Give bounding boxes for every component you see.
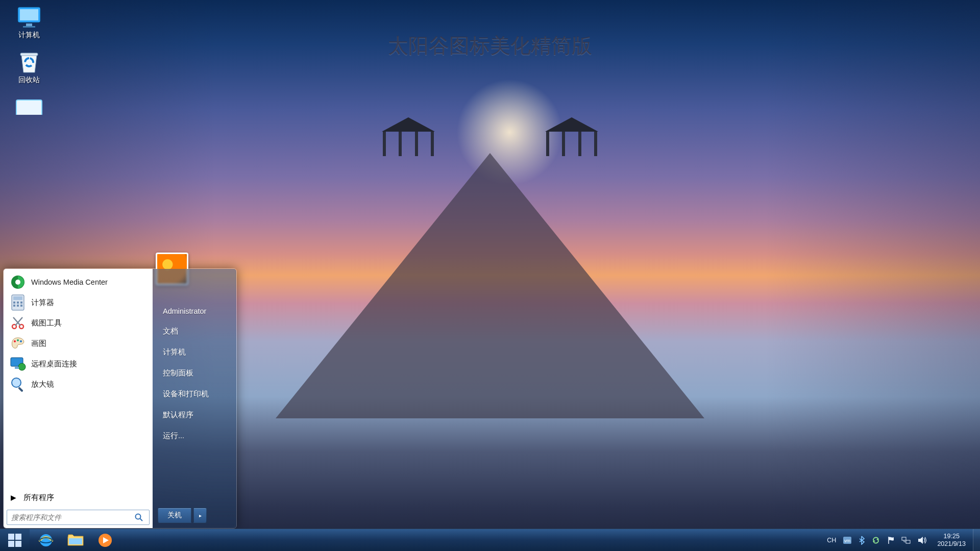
- taskbar: CH vm 19:25 2021/9/13: [0, 529, 980, 551]
- network-icon[interactable]: [901, 537, 911, 544]
- triangle-right-icon: ▸: [199, 513, 202, 518]
- start-button[interactable]: [0, 529, 30, 551]
- svg-rect-24: [18, 387, 23, 392]
- shutdown-options-button[interactable]: ▸: [193, 508, 207, 523]
- flag-icon[interactable]: [887, 536, 894, 544]
- svg-rect-8: [13, 296, 22, 300]
- svg-marker-35: [873, 540, 875, 542]
- start-program-label: 放大镜: [31, 380, 54, 389]
- remote-desktop-icon: [10, 356, 26, 372]
- start-program-label: 截图工具: [31, 318, 62, 328]
- start-right-control-panel[interactable]: 控制面板: [158, 363, 231, 384]
- system-tray: CH vm 19:25 2021/9/13: [823, 529, 973, 551]
- shutdown-button[interactable]: 关机: [158, 508, 191, 523]
- ie-icon: [38, 532, 54, 548]
- svg-point-6: [15, 280, 20, 285]
- svg-rect-12: [13, 305, 15, 307]
- start-program-paint[interactable]: 画图: [7, 333, 150, 354]
- clock-time: 19:25: [937, 533, 966, 540]
- start-right-computer[interactable]: 计算机: [158, 342, 231, 363]
- svg-rect-10: [17, 302, 19, 304]
- volume-icon[interactable]: [918, 536, 927, 544]
- start-program-calculator[interactable]: 计算器: [7, 292, 150, 313]
- svg-rect-2: [26, 23, 32, 26]
- start-program-snipping-tool[interactable]: 截图工具: [7, 313, 150, 333]
- start-program-remote-desktop[interactable]: 远程桌面连接: [7, 354, 150, 374]
- svg-marker-38: [918, 537, 923, 544]
- svg-point-17: [14, 340, 16, 342]
- desktop-icon-recycle-bin[interactable]: 回收站: [6, 51, 52, 85]
- start-menu-left-pane: Windows Media Center 计算器 截图工具 画图 远程桌面连接: [4, 269, 153, 528]
- taskbar-pin-media-player[interactable]: [92, 531, 118, 550]
- desktop-icons: 计算机 回收站: [6, 6, 52, 118]
- wmc-icon: [10, 274, 26, 290]
- start-right-user[interactable]: Administrator: [158, 302, 231, 321]
- wallpaper-pavilion-left: [378, 117, 439, 163]
- start-menu-right-pane: Administrator 文档 计算机 控制面板 设备和打印机 默认程序 运行…: [153, 269, 236, 528]
- media-player-icon: [97, 533, 113, 548]
- desktop-icon-control-panel-partial[interactable]: [6, 96, 52, 118]
- taskbar-clock[interactable]: 19:25 2021/9/13: [934, 533, 969, 547]
- taskbar-pin-explorer[interactable]: [62, 531, 89, 550]
- svg-rect-29: [69, 538, 82, 544]
- start-right-default-programs[interactable]: 默认程序: [158, 405, 231, 425]
- clock-date: 2021/9/13: [937, 540, 966, 547]
- scissors-icon: [10, 315, 26, 331]
- show-desktop-button[interactable]: [973, 529, 980, 551]
- svg-marker-34: [876, 538, 878, 541]
- start-search-input[interactable]: [7, 513, 135, 521]
- folder-icon: [67, 533, 84, 547]
- desktop-icon-computer[interactable]: 计算机: [6, 6, 52, 40]
- start-right-documents[interactable]: 文档: [158, 321, 231, 342]
- start-program-wmc[interactable]: Windows Media Center: [7, 272, 150, 292]
- svg-rect-4: [20, 53, 38, 56]
- desktop-icon-label: 回收站: [18, 76, 40, 85]
- windows-logo-icon: [8, 534, 21, 547]
- start-menu: Windows Media Center 计算器 截图工具 画图 远程桌面连接: [3, 268, 237, 529]
- start-right-run[interactable]: 运行...: [158, 425, 231, 446]
- search-icon[interactable]: [135, 513, 149, 521]
- all-programs-label: 所有程序: [23, 493, 54, 503]
- svg-rect-36: [902, 537, 906, 540]
- svg-rect-14: [20, 305, 22, 307]
- control-panel-icon: [16, 96, 42, 118]
- svg-point-18: [17, 339, 19, 341]
- svg-point-23: [12, 378, 21, 387]
- taskbar-spacer: [121, 529, 823, 551]
- svg-line-26: [140, 519, 143, 521]
- svg-rect-11: [20, 302, 22, 304]
- taskbar-pinned-apps: [30, 529, 121, 551]
- svg-rect-1: [20, 9, 38, 20]
- svg-point-25: [136, 514, 141, 519]
- sync-icon[interactable]: [872, 536, 880, 544]
- start-program-label: 计算器: [31, 298, 54, 308]
- svg-point-19: [20, 340, 22, 342]
- palette-icon: [10, 335, 26, 352]
- calculator-icon: [10, 294, 26, 311]
- wallpaper-pavilion-right: [541, 117, 602, 163]
- wallpaper-pier: [276, 153, 704, 418]
- all-programs-button[interactable]: ▶ 所有程序: [7, 488, 150, 507]
- wallpaper-watermark: 太阳谷图标美化精简版: [388, 32, 592, 60]
- desktop-icon-label: 计算机: [18, 31, 40, 40]
- vm-icon[interactable]: vm: [843, 537, 851, 544]
- magnifier-icon: [10, 376, 26, 392]
- monitor-icon: [16, 6, 42, 29]
- svg-point-27: [40, 534, 52, 546]
- start-search-box[interactable]: [7, 510, 150, 525]
- svg-point-21: [18, 363, 26, 370]
- svg-rect-22: [15, 367, 19, 369]
- start-program-label: 画图: [31, 339, 46, 348]
- svg-text:vm: vm: [844, 538, 850, 543]
- svg-rect-9: [13, 302, 15, 304]
- svg-rect-13: [17, 305, 19, 307]
- start-program-label: Windows Media Center: [31, 278, 108, 286]
- triangle-right-icon: ▶: [11, 493, 16, 502]
- recycle-bin-icon: [16, 51, 42, 73]
- taskbar-pin-ie[interactable]: [33, 531, 59, 550]
- start-program-magnifier[interactable]: 放大镜: [7, 374, 150, 394]
- bluetooth-icon[interactable]: [859, 536, 865, 545]
- start-right-devices[interactable]: 设备和打印机: [158, 384, 231, 405]
- ime-indicator[interactable]: CH: [827, 537, 836, 544]
- svg-rect-3: [23, 26, 35, 28]
